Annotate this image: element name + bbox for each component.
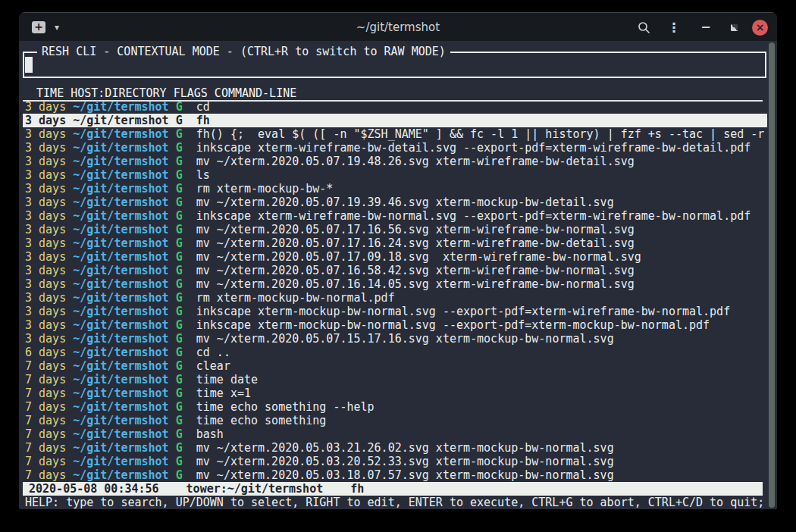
- history-rows: 3 days ~/git/termshot G cd3 days ~/git/t…: [23, 100, 767, 482]
- close-button[interactable]: ×: [752, 20, 768, 36]
- row-flags: G: [176, 427, 183, 441]
- row-time: 3 days: [25, 209, 66, 223]
- history-row[interactable]: 7 days ~/git/termshot G time x=1: [23, 386, 767, 400]
- row-time: 7 days: [25, 359, 66, 373]
- row-time: 3 days: [25, 168, 66, 182]
- row-flags: G: [176, 305, 183, 318]
- row-host-directory: ~/git/termshot: [73, 455, 168, 468]
- row-flags: G: [176, 318, 183, 332]
- row-host-directory: ~/git/termshot: [73, 155, 168, 168]
- history-row[interactable]: 7 days ~/git/termshot G clear: [23, 359, 767, 373]
- minimize-button[interactable]: −: [697, 18, 715, 36]
- row-time: 3 days: [25, 155, 66, 168]
- row-host-directory: ~/git/termshot: [73, 223, 168, 236]
- row-flags: G: [176, 455, 183, 468]
- row-host-directory: ~/git/termshot: [73, 318, 168, 332]
- row-flags: G: [176, 155, 183, 168]
- row-host-directory: ~/git/termshot: [73, 332, 168, 346]
- history-row[interactable]: 3 days ~/git/termshot G inkscape xterm-w…: [23, 141, 767, 155]
- minimize-icon: −: [700, 23, 710, 31]
- history-row[interactable]: 7 days ~/git/termshot G mv ~/xterm.2020.…: [23, 455, 767, 468]
- history-row[interactable]: 3 days ~/git/termshot G mv ~/xterm.2020.…: [23, 155, 767, 168]
- scrollbar-thumb[interactable]: [769, 42, 775, 508]
- history-row[interactable]: 3 days ~/git/termshot G fh: [23, 114, 767, 127]
- row-time: 7 days: [25, 468, 66, 482]
- row-command: time date: [196, 373, 258, 386]
- row-time: 7 days: [25, 400, 66, 414]
- row-flags: G: [176, 264, 183, 277]
- row-time: 7 days: [25, 373, 66, 386]
- row-flags: G: [176, 141, 183, 155]
- row-host-directory: ~/git/termshot: [73, 441, 168, 455]
- row-host-directory: ~/git/termshot: [73, 373, 168, 386]
- history-row[interactable]: 3 days ~/git/termshot G cd: [23, 100, 767, 114]
- history-row[interactable]: 3 days ~/git/termshot G mv ~/xterm.2020.…: [23, 196, 767, 209]
- row-flags: G: [176, 332, 183, 346]
- row-flags: G: [176, 209, 183, 223]
- row-time: 3 days: [25, 277, 66, 291]
- row-host-directory: ~/git/termshot: [73, 305, 168, 318]
- row-flags: G: [176, 127, 183, 141]
- history-row[interactable]: 3 days ~/git/termshot G rm xterm-mockup-…: [23, 182, 767, 196]
- history-row[interactable]: 3 days ~/git/termshot G mv ~/xterm.2020.…: [23, 250, 767, 264]
- row-flags: G: [176, 441, 183, 455]
- row-flags: G: [176, 373, 183, 386]
- row-time: 3 days: [25, 127, 66, 141]
- history-row[interactable]: 3 days ~/git/termshot G rm xterm-mockup-…: [23, 291, 767, 305]
- history-row[interactable]: 7 days ~/git/termshot G mv ~/xterm.2020.…: [23, 441, 767, 455]
- history-table-header: TIME HOST:DIRECTORY FLAGS COMMAND-LINE: [23, 86, 763, 102]
- row-command: mv ~/xterm.2020.05.07.16.58.42.svg xterm…: [196, 264, 635, 277]
- history-row[interactable]: 3 days ~/git/termshot G inkscape xterm-m…: [23, 305, 767, 318]
- row-flags: G: [176, 236, 183, 250]
- row-command: mv ~/xterm.2020.05.03.21.26.02.svg xterm…: [196, 441, 614, 455]
- row-command: mv ~/xterm.2020.05.07.15.17.16.svg xterm…: [196, 332, 614, 346]
- row-host-directory: ~/git/termshot: [73, 250, 168, 264]
- history-row[interactable]: 3 days ~/git/termshot G mv ~/xterm.2020.…: [23, 223, 767, 236]
- history-row[interactable]: 7 days ~/git/termshot G mv ~/xterm.2020.…: [23, 468, 767, 482]
- history-row[interactable]: 7 days ~/git/termshot G time echo someth…: [23, 400, 767, 414]
- history-row[interactable]: 3 days ~/git/termshot G mv ~/xterm.2020.…: [23, 332, 767, 346]
- row-time: 3 days: [25, 114, 66, 127]
- restore-button[interactable]: [725, 18, 743, 36]
- row-command: time echo something --help: [196, 400, 374, 414]
- text-cursor[interactable]: [25, 57, 33, 73]
- row-host-directory: ~/git/termshot: [73, 168, 168, 182]
- status-location: tower:~/git/termshot: [186, 482, 324, 496]
- history-row[interactable]: 3 days ~/git/termshot G mv ~/xterm.2020.…: [23, 236, 767, 250]
- row-flags: G: [176, 250, 183, 264]
- row-command: inkscape xterm-wireframe-bw-detail.svg -…: [196, 141, 751, 155]
- row-command: inkscape xterm-wireframe-bw-normal.svg -…: [196, 209, 751, 223]
- row-command: time echo something: [196, 414, 327, 427]
- menu-button[interactable]: ⋮: [665, 18, 683, 36]
- history-row[interactable]: 3 days ~/git/termshot G fh() {; eval $( …: [23, 127, 767, 141]
- row-time: 7 days: [25, 427, 66, 441]
- history-row[interactable]: 3 days ~/git/termshot G ls: [23, 168, 767, 182]
- row-time: 3 days: [25, 100, 66, 114]
- row-flags: G: [176, 346, 183, 359]
- history-row[interactable]: 7 days ~/git/termshot G time date: [23, 373, 767, 386]
- row-command: mv ~/xterm.2020.05.07.17.09.18.svg xterm…: [196, 250, 641, 264]
- row-host-directory: ~/git/termshot: [73, 100, 168, 114]
- row-flags: G: [176, 468, 183, 482]
- search-icon: [638, 21, 650, 34]
- titlebar-controls: ⋮ − ×: [635, 13, 768, 42]
- history-row[interactable]: 3 days ~/git/termshot G inkscape xterm-w…: [23, 209, 767, 223]
- close-icon: ×: [756, 21, 765, 33]
- history-row[interactable]: 7 days ~/git/termshot G bash: [23, 427, 767, 441]
- row-command: rm xterm-mockup-bw-*: [196, 182, 334, 196]
- history-row[interactable]: 6 days ~/git/termshot G cd ..: [23, 346, 767, 359]
- history-row[interactable]: 3 days ~/git/termshot G inkscape xterm-m…: [23, 318, 767, 332]
- history-row[interactable]: 3 days ~/git/termshot G mv ~/xterm.2020.…: [23, 277, 767, 291]
- history-row[interactable]: 3 days ~/git/termshot G mv ~/xterm.2020.…: [23, 264, 767, 277]
- row-time: 7 days: [25, 455, 66, 468]
- row-command: inkscape xterm-mockup-bw-normal.svg --ex…: [196, 305, 730, 318]
- history-row[interactable]: 7 days ~/git/termshot G time echo someth…: [23, 414, 767, 427]
- row-command: fh() {; eval $( ([ -n "$ZSH_NAME" ] && f…: [196, 127, 765, 141]
- row-flags: G: [176, 414, 183, 427]
- row-host-directory: ~/git/termshot: [73, 359, 168, 373]
- row-flags: G: [176, 196, 183, 209]
- row-time: 3 days: [25, 236, 66, 250]
- row-flags: G: [176, 114, 183, 127]
- row-command: rm xterm-mockup-bw-normal.pdf: [196, 291, 395, 305]
- search-button[interactable]: [635, 18, 653, 36]
